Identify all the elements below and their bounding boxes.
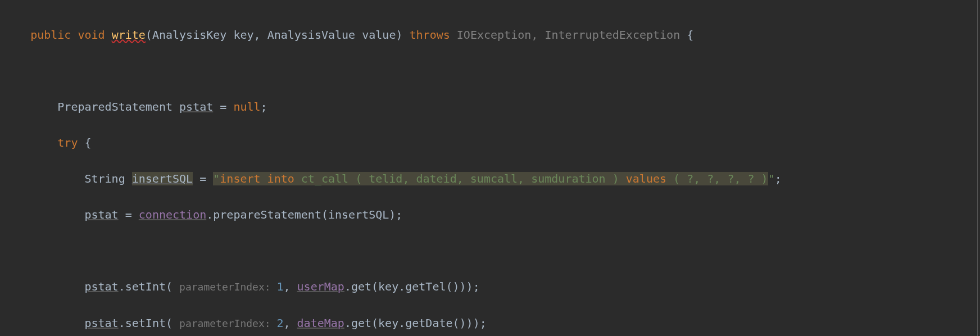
string-mid: ct_call ( telid, dateid, sumcall, sumdur…: [301, 172, 626, 185]
field: connection: [139, 208, 206, 221]
eq: =: [213, 100, 233, 113]
comma: ,: [283, 316, 297, 330]
variable-decl: pstat: [179, 100, 213, 113]
comma: ,: [531, 28, 545, 42]
string-close: ": [768, 172, 775, 185]
variable: pstat: [84, 280, 118, 293]
eq: =: [119, 208, 139, 221]
code-line[interactable]: [10, 242, 980, 260]
tail: .get(key.getDate()));: [344, 316, 487, 330]
brace: {: [680, 28, 693, 42]
code-line[interactable]: PreparedStatement pstat = null;: [10, 98, 980, 116]
variable: pstat: [84, 316, 118, 330]
number: 1: [276, 280, 283, 293]
method-call: .setInt(: [119, 316, 179, 330]
field: dateMap: [297, 316, 344, 330]
keyword-try: try: [57, 136, 78, 149]
eq: =: [193, 172, 213, 185]
code-line[interactable]: pstat.setInt( parameterIndex: 2, dateMap…: [10, 314, 980, 333]
editor-right-margin: [977, 0, 978, 336]
dot: .: [206, 208, 213, 221]
code-line[interactable]: try {: [10, 134, 980, 152]
parameter-hint: parameterIndex:: [179, 281, 276, 293]
semicolon: ;: [261, 100, 267, 113]
exception-type: InterruptedException: [545, 28, 680, 42]
keyword-throws: throws: [410, 28, 450, 42]
type: String: [84, 172, 131, 185]
sql-keyword: values: [626, 172, 666, 185]
code-editor[interactable]: public void write(AnalysisKey key, Analy…: [0, 0, 980, 336]
close-paren: ): [396, 28, 402, 42]
keyword-void: void: [78, 28, 105, 42]
string-tail: ( ?, ?, ?, ? ): [666, 172, 768, 185]
brace: {: [78, 136, 91, 149]
string-open: ": [213, 172, 220, 185]
keyword-public: public: [30, 28, 71, 42]
code-line[interactable]: [10, 62, 980, 80]
comma: ,: [283, 280, 297, 293]
method-name: write: [112, 28, 146, 42]
semicolon: ;: [775, 172, 782, 185]
param-type: AnalysisValue: [267, 28, 356, 42]
variable-decl: insertSQL: [132, 172, 193, 185]
comma: ,: [254, 28, 267, 42]
field: userMap: [297, 280, 344, 293]
method-call: .setInt(: [119, 280, 179, 293]
code-line[interactable]: String insertSQL = "insert into ct_call …: [10, 170, 980, 188]
param-name: value: [362, 28, 396, 42]
method-call: prepareStatement(insertSQL);: [213, 208, 402, 221]
exception-type: IOException: [457, 28, 531, 42]
code-line[interactable]: public void write(AnalysisKey key, Analy…: [10, 26, 980, 44]
number: 2: [276, 316, 283, 330]
code-line[interactable]: pstat.setInt( parameterIndex: 1, userMap…: [10, 278, 980, 296]
code-line[interactable]: pstat = connection.prepareStatement(inse…: [10, 206, 980, 224]
variable: pstat: [84, 208, 118, 221]
sql-keyword: insert into: [220, 172, 301, 185]
type: PreparedStatement: [57, 100, 179, 113]
keyword-null: null: [233, 100, 260, 113]
parameter-hint: parameterIndex:: [179, 317, 276, 329]
param-name: key: [233, 28, 253, 42]
param-type: AnalysisKey: [152, 28, 226, 42]
tail: .get(key.getTel()));: [344, 280, 480, 293]
